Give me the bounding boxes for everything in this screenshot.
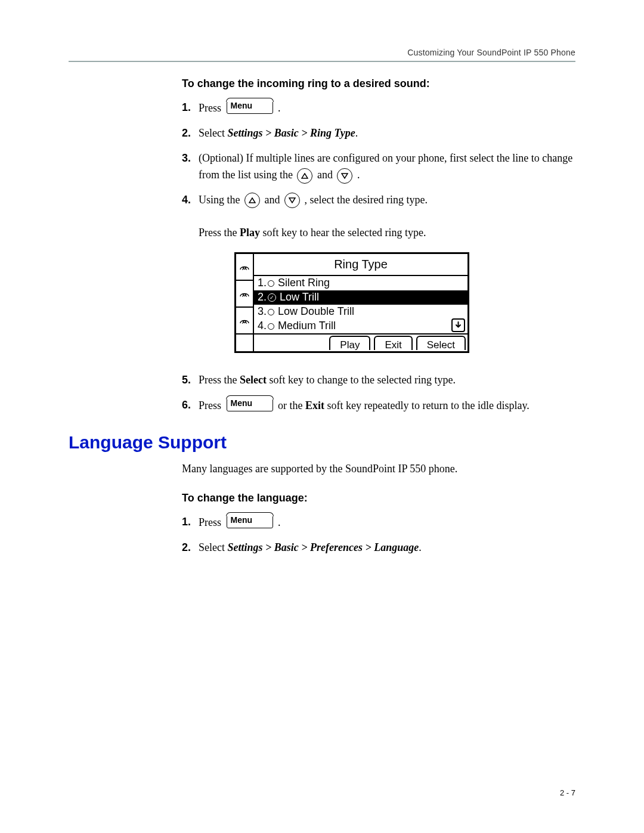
lcd-row: 3. Low Double Trill: [254, 305, 467, 319]
page-number: 2 - 7: [560, 788, 575, 797]
text: .: [278, 516, 281, 528]
step-body: Press the Select soft key to change to t…: [199, 372, 575, 389]
text: .: [419, 541, 422, 553]
step-2: 2. Select Settings > Basic > Preferences…: [182, 540, 575, 556]
softkey-play: Play: [329, 336, 370, 350]
step-body: Press Menu .: [199, 514, 575, 531]
lcd-row: 1. Silent Ring: [254, 276, 467, 290]
text: Press: [199, 102, 224, 114]
step-number: 4.: [182, 192, 199, 209]
text: soft key to change to the selected ring …: [267, 374, 456, 386]
text: Press: [199, 400, 224, 411]
step-body: (Optional) If multiple lines are configu…: [199, 150, 575, 184]
radio-checked-icon: ✓: [268, 293, 276, 302]
up-arrow-icon: [297, 168, 312, 184]
row-label: Medium Trill: [278, 318, 336, 335]
step-6: 6. Press Menu or the Exit soft key repea…: [182, 397, 575, 414]
svg-marker-2: [249, 198, 255, 203]
menu-button-icon: Menu: [227, 100, 273, 114]
softkey-name: Select: [240, 374, 267, 386]
svg-marker-1: [342, 174, 348, 178]
radio-empty-icon: [268, 309, 274, 315]
menu-path: Settings > Basic > Preferences > Languag…: [227, 541, 419, 553]
lcd-row-selected: 2. ✓ Low Trill: [254, 290, 467, 305]
down-arrow-icon: [337, 168, 352, 184]
menu-path: Settings > Basic > Ring Type: [227, 127, 355, 139]
header-rule: [69, 61, 575, 62]
text: Using the: [199, 194, 243, 206]
softkey-spacer: [254, 335, 327, 351]
text: Select: [199, 127, 227, 139]
content-column: Many languages are supported by the Soun…: [182, 461, 575, 556]
step-body: Select Settings > Basic > Preferences > …: [199, 540, 575, 556]
radio-empty-icon: [268, 323, 274, 330]
line-icon: [236, 254, 253, 281]
step-body: Using the and , select the desired ring …: [199, 192, 575, 364]
radio-empty-icon: [268, 280, 274, 287]
text: or the: [278, 400, 305, 411]
phone-screen-figure: Ring Type 1. Silent Ring 2.: [234, 252, 575, 353]
svg-marker-0: [302, 174, 308, 178]
text: .: [355, 127, 358, 139]
lcd-top: Ring Type 1. Silent Ring 2.: [236, 254, 467, 333]
text: .: [278, 102, 281, 114]
text: , select the desired ring type.: [305, 194, 428, 206]
softkey-name: Play: [240, 227, 260, 239]
lcd-softkeys: Play Exit Select: [236, 333, 467, 351]
step-number: 1.: [182, 100, 199, 116]
svg-marker-3: [289, 198, 295, 203]
lcd-row: 4. Medium Trill: [254, 319, 467, 333]
softkey-name: Exit: [305, 400, 324, 411]
row-index: 4.: [258, 318, 267, 335]
step-1: 1. Press Menu .: [182, 514, 575, 531]
step-5: 5. Press the Select soft key to change t…: [182, 372, 575, 389]
step-body: Press Menu or the Exit soft key repeated…: [199, 397, 575, 414]
step-number: 2.: [182, 540, 199, 556]
step-body: Press Menu .: [199, 100, 575, 117]
section-heading-language: Language Support: [69, 432, 575, 453]
lcd-list: 1. Silent Ring 2. ✓ Low Trill: [254, 276, 467, 333]
text: Press: [199, 516, 224, 528]
step-1: 1. Press Menu .: [182, 100, 575, 117]
page: Customizing Your SoundPoint IP 550 Phone…: [0, 0, 644, 833]
scroll-down-icon: [451, 318, 465, 332]
running-head: Customizing Your SoundPoint IP 550 Phone: [69, 48, 575, 57]
up-arrow-icon: [244, 193, 260, 208]
softkey-spacer: [236, 335, 254, 351]
procedure-title-ring: To change the incoming ring to a desired…: [182, 78, 575, 90]
step-2: 2. Select Settings > Basic > Ring Type.: [182, 125, 575, 142]
ring-steps: 1. Press Menu . 2. Select Settings > Bas…: [182, 100, 575, 414]
step-number: 6.: [182, 397, 199, 414]
menu-button-icon: Menu: [227, 514, 273, 528]
text: (Optional) If multiple lines are configu…: [199, 152, 572, 181]
text: and: [265, 194, 283, 206]
step-number: 3.: [182, 150, 199, 167]
step-4: 4. Using the and , select the desired ri…: [182, 192, 575, 364]
phone-lcd: Ring Type 1. Silent Ring 2.: [234, 252, 469, 353]
text: and: [317, 169, 336, 181]
language-steps: 1. Press Menu . 2. Select Settings > Bas…: [182, 514, 575, 556]
text: .: [357, 169, 360, 181]
step-number: 5.: [182, 372, 199, 389]
text: Select: [199, 541, 227, 553]
line-icon: [236, 308, 253, 333]
step-number: 2.: [182, 125, 199, 142]
step-number: 1.: [182, 514, 199, 531]
content-column: To change the incoming ring to a desired…: [182, 78, 575, 414]
text: Press the: [199, 374, 240, 386]
step-body: Select Settings > Basic > Ring Type.: [199, 125, 575, 142]
lcd-body: Ring Type 1. Silent Ring 2.: [254, 254, 467, 333]
down-arrow-icon: [284, 193, 300, 208]
line-icon: [236, 281, 253, 308]
text: Press the: [199, 227, 240, 239]
softkey-select: Select: [416, 336, 466, 350]
procedure-title-language: To change the language:: [182, 492, 575, 504]
text: soft key to hear the selected ring type.: [260, 227, 426, 239]
text: soft key repeatedly to return to the idl…: [324, 400, 530, 411]
menu-button-icon: Menu: [227, 397, 273, 411]
softkey-exit: Exit: [374, 336, 412, 350]
intro-paragraph: Many languages are supported by the Soun…: [182, 461, 575, 478]
step-3: 3. (Optional) If multiple lines are conf…: [182, 150, 575, 184]
lcd-title: Ring Type: [254, 254, 467, 276]
line-icons: [236, 254, 254, 333]
